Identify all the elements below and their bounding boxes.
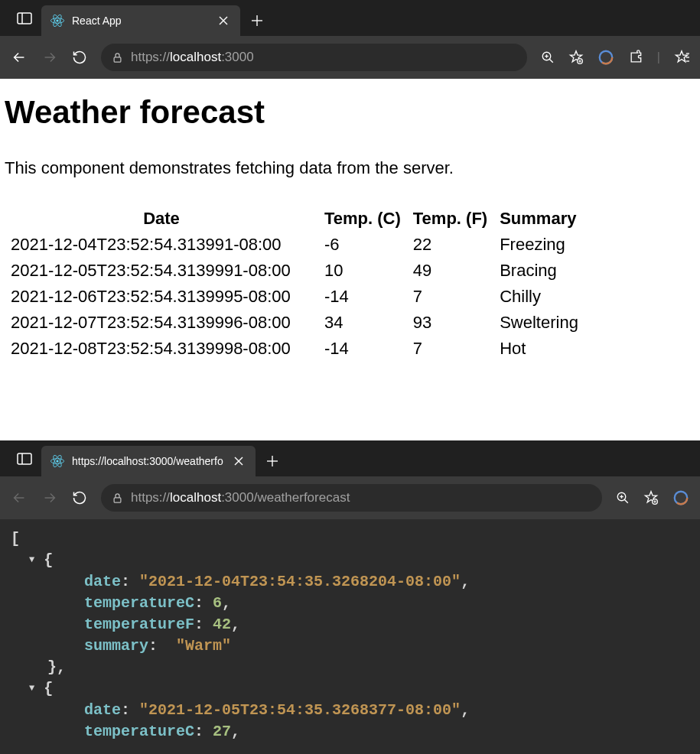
table-row: 2021-12-05T23:52:54.3139991-08:001049Bra… <box>5 258 584 284</box>
url-scheme: https:// <box>131 50 170 64</box>
browser-toolbar: https://localhost:3000 | <box>0 36 700 79</box>
tab-title: React App <box>72 15 208 27</box>
cell-summary: Freezing <box>493 232 584 258</box>
cell-tf: 7 <box>407 336 493 362</box>
cell-tc: 10 <box>318 258 407 284</box>
new-tab-button[interactable] <box>240 5 274 36</box>
close-tab-icon[interactable] <box>216 15 231 27</box>
page-heading: Weather forecast <box>5 94 695 131</box>
browser-toolbar: https://localhost:3000/weatherforecast <box>0 476 700 519</box>
cell-tc: -14 <box>318 336 407 362</box>
table-row: 2021-12-07T23:52:54.3139996-08:003493Swe… <box>5 310 584 336</box>
back-button[interactable] <box>11 49 28 66</box>
tab-title: https://localhost:3000/weatherfo <box>72 455 223 467</box>
refresh-button[interactable] <box>72 50 87 65</box>
tab-strip: React App <box>0 0 700 36</box>
cell-tf: 49 <box>407 258 493 284</box>
react-logo-icon <box>50 454 64 468</box>
cell-tf: 22 <box>407 232 493 258</box>
favorite-icon[interactable] <box>643 490 659 505</box>
toolbar-right: | <box>541 49 689 66</box>
svg-line-35 <box>624 499 628 503</box>
cell-tc: -14 <box>318 284 407 310</box>
react-logo-icon <box>50 14 64 28</box>
browser-tab[interactable]: https://localhost:3000/weatherfo <box>41 446 256 476</box>
lock-icon <box>112 52 123 63</box>
cell-date: 2021-12-08T23:52:54.3139998-08:00 <box>5 336 318 362</box>
chevron-down-icon[interactable]: ▼ <box>29 682 34 695</box>
json-viewer[interactable]: [ ▼ { date: "2021-12-04T23:54:35.3268204… <box>0 519 700 754</box>
cell-summary: Bracing <box>493 258 584 284</box>
cell-tc: 34 <box>318 310 407 336</box>
cell-date: 2021-12-06T23:52:54.3139995-08:00 <box>5 284 318 310</box>
address-bar[interactable]: https://localhost:3000 <box>101 44 527 71</box>
tab-strip: https://localhost:3000/weatherfo <box>0 440 700 476</box>
url-path: :3000 <box>221 50 254 64</box>
url-scheme: https:// <box>131 490 170 505</box>
col-summary: Summary <box>493 206 584 232</box>
svg-line-12 <box>549 59 553 63</box>
favorite-icon[interactable] <box>568 50 584 65</box>
page-description: This component demonstrates fetching dat… <box>5 158 695 178</box>
zoom-icon[interactable] <box>541 50 555 64</box>
svg-point-2 <box>56 19 58 21</box>
table-row: 2021-12-06T23:52:54.3139995-08:00-147Chi… <box>5 284 584 310</box>
table-row: 2021-12-08T23:52:54.3139998-08:00-147Hot <box>5 336 584 362</box>
toolbar-right <box>616 489 689 506</box>
copilot-icon[interactable] <box>672 489 689 506</box>
new-tab-button[interactable] <box>256 446 289 476</box>
zoom-icon[interactable] <box>616 491 630 505</box>
svg-rect-0 <box>18 13 31 24</box>
forward-button[interactable] <box>41 489 58 506</box>
col-date: Date <box>5 206 318 232</box>
svg-point-25 <box>56 460 58 462</box>
table-row: 2021-12-04T23:52:54.313991-08:00-622Free… <box>5 232 584 258</box>
url-text: https://localhost:3000 <box>131 50 254 65</box>
cell-summary: Chilly <box>493 284 584 310</box>
url-path: :3000/weatherforecast <box>221 490 350 505</box>
tab-actions-icon[interactable] <box>8 440 41 476</box>
cell-date: 2021-12-04T23:52:54.313991-08:00 <box>5 232 318 258</box>
copilot-icon[interactable] <box>597 49 614 66</box>
url-host: localhost <box>170 490 221 505</box>
forward-button[interactable] <box>41 49 58 66</box>
browser-tab[interactable]: React App <box>41 5 240 36</box>
address-bar[interactable]: https://localhost:3000/weatherforecast <box>101 484 602 512</box>
close-tab-icon[interactable] <box>231 455 246 467</box>
lock-icon <box>112 492 123 504</box>
page-content: Weather forecast This component demonstr… <box>0 79 700 440</box>
col-temp-c: Temp. (C) <box>318 206 407 232</box>
refresh-button[interactable] <box>72 490 87 505</box>
back-button[interactable] <box>11 489 28 506</box>
cell-tf: 7 <box>407 284 493 310</box>
svg-rect-23 <box>18 453 31 464</box>
extensions-icon[interactable] <box>628 50 643 65</box>
cell-date: 2021-12-05T23:52:54.3139991-08:00 <box>5 258 318 284</box>
cell-summary: Hot <box>493 336 584 362</box>
table-header-row: Date Temp. (C) Temp. (F) Summary <box>5 206 584 232</box>
cell-summary: Sweltering <box>493 310 584 336</box>
tab-actions-icon[interactable] <box>8 0 41 36</box>
forecast-table: Date Temp. (C) Temp. (F) Summary 2021-12… <box>5 206 584 362</box>
browser-window-top: React App https://localhost:3000 <box>0 0 700 440</box>
browser-window-bottom: https://localhost:3000/weatherfo https:/… <box>0 440 700 754</box>
cell-tc: -6 <box>318 232 407 258</box>
chevron-down-icon[interactable]: ▼ <box>29 554 34 567</box>
cell-tf: 93 <box>407 310 493 336</box>
url-host: localhost <box>170 50 221 64</box>
url-text: https://localhost:3000/weatherforecast <box>131 490 350 505</box>
favorites-bar-icon[interactable] <box>674 50 689 65</box>
svg-rect-33 <box>114 497 121 502</box>
col-temp-f: Temp. (F) <box>407 206 493 232</box>
svg-rect-10 <box>114 57 121 61</box>
cell-date: 2021-12-07T23:52:54.3139996-08:00 <box>5 310 318 336</box>
